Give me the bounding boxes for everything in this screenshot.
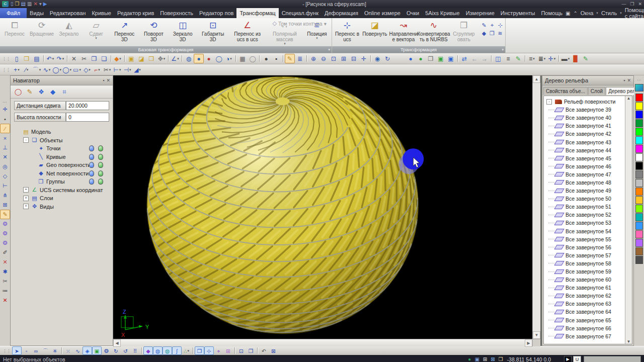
copy-button[interactable]: ❐	[89, 54, 99, 63]
pick-rect-button[interactable]: ▫	[22, 346, 31, 355]
color-swatch-996633[interactable]	[635, 247, 643, 255]
relief-tree-item[interactable]: Все завернутое 41	[546, 122, 625, 130]
move-button[interactable]: ⧠Перенос	[1, 19, 28, 37]
snap-tangent-button[interactable]: ⊢	[0, 181, 10, 191]
tree-item-модель[interactable]: ▤Модель	[16, 128, 113, 136]
line-style-button[interactable]: ≡▾	[527, 54, 537, 63]
scroll-up-icon[interactable]: ▲	[627, 96, 631, 101]
dropdown-caret-icon[interactable]: ▾	[52, 55, 54, 63]
hatch-lines-button[interactable]: ≡	[503, 54, 513, 63]
dropdown-caret-icon[interactable]: ▾	[139, 66, 141, 74]
palette-special-icon[interactable]	[635, 84, 643, 92]
dropdown-caret-icon[interactable]: ▾	[49, 66, 51, 74]
open-file-button[interactable]: ❒	[22, 54, 32, 63]
status-folder-icon[interactable]: ❒	[499, 356, 503, 362]
arrow-back-button[interactable]: ←	[469, 54, 479, 63]
nav-mesh-button[interactable]: ❖	[36, 87, 46, 97]
draw-ellipse-button[interactable]: ◯▾	[62, 65, 72, 74]
trim-button[interactable]: ✂▾	[102, 65, 112, 74]
close-red-button[interactable]: ✕	[0, 296, 10, 305]
delete-red-button[interactable]: ✕	[0, 257, 10, 267]
color-swatch-ffff00[interactable]	[635, 102, 643, 110]
relief-tree-item[interactable]: Все завернутое 46	[546, 162, 625, 170]
relief-tree-item[interactable]: Все завернутое 57	[546, 251, 625, 259]
relief-tree-item[interactable]: Все завернутое 65	[546, 316, 625, 324]
relief-tree-item[interactable]: Все завернутое 47	[546, 170, 625, 178]
dropdown-caret-icon[interactable]: ▾	[119, 55, 121, 63]
menu-очки[interactable]: Очки	[404, 8, 422, 18]
sketch-mode-button[interactable]: ✎	[285, 54, 295, 63]
shear-button[interactable]: ▱Сдвиг▾	[83, 19, 110, 40]
toolbar-handle[interactable]: ⋮⋮	[2, 56, 10, 61]
rotate-button[interactable]: ⟳Вращение	[28, 19, 55, 37]
dropdown-caret-icon[interactable]: ▾	[109, 66, 111, 74]
relief-tree-item[interactable]: Все завернутое 67	[546, 332, 625, 340]
convert-nurbs-button[interactable]: ∿Конвертирова ть в NURBS	[419, 19, 449, 42]
toolbar-handle[interactable]: ⋮⋮	[2, 67, 10, 72]
relief-tree-scrollbar[interactable]: ▲ ▼	[625, 96, 632, 344]
snap-rotate-button[interactable]: ❂	[102, 346, 111, 355]
draw-fillet-button[interactable]: ⌐▾	[92, 65, 102, 74]
color-swatch-80ff00[interactable]	[635, 205, 643, 213]
menu-файл[interactable]: Файл	[0, 8, 27, 18]
lamp-blue-icon[interactable]	[89, 178, 94, 185]
render-wireframe-button[interactable]: ◍	[184, 54, 194, 63]
pan-button[interactable]: ✛	[359, 54, 369, 63]
relief-tree-item[interactable]: Все завернутое 51	[546, 203, 625, 211]
nav-profile-button[interactable]: ◯	[13, 87, 23, 97]
snap-quadrant-button[interactable]: ◇	[0, 171, 10, 181]
erase-tool-button[interactable]: ✐	[0, 248, 10, 257]
restore-button[interactable]: ❐	[630, 2, 634, 7]
axis-tool-button[interactable]: ⊹	[204, 346, 214, 355]
color-swatch-ffffff[interactable]	[635, 153, 643, 161]
tree-item-слои[interactable]: +▤Слои	[16, 194, 113, 203]
mini-diamond-icon[interactable]: ◆	[480, 29, 488, 37]
color-swatch-ff00ff[interactable]	[635, 145, 643, 153]
zoom-fit-button[interactable]: ⊞	[339, 54, 349, 63]
scroll-down-icon[interactable]: ▼	[627, 339, 631, 344]
snap-grid-button[interactable]: ⊞	[0, 200, 10, 210]
relief-tree-item[interactable]: Все завернутое 63	[546, 300, 625, 308]
nav-surface-button[interactable]: ◆	[48, 87, 58, 97]
dropdown-caret-icon[interactable]: ▾	[129, 66, 131, 74]
lamp-blue-icon[interactable]	[89, 162, 94, 168]
menu-редактор-пов[interactable]: Редактор пов	[196, 8, 236, 18]
menu-виды[interactable]: Виды	[27, 8, 47, 18]
tab-свойства-объе-[interactable]: Свойства объе...	[543, 87, 588, 95]
group-expand-icon[interactable]: ▾	[328, 46, 330, 53]
tree-item-виды[interactable]: +✥Виды	[16, 203, 113, 211]
scroll-up-icon[interactable]: ▲	[533, 75, 540, 83]
window-tool-button[interactable]: ❐	[246, 346, 256, 355]
menu-инструменты[interactable]: Инструменты	[498, 8, 538, 18]
color-swatch-0000ff[interactable]	[635, 111, 643, 119]
scroll-down-icon[interactable]: ▼	[533, 331, 540, 339]
color-swatch-button[interactable]: ▉	[571, 54, 581, 63]
status-grid-icon[interactable]: ⊞	[483, 356, 487, 362]
menu-поверхность[interactable]: Поверхность	[157, 8, 196, 18]
toolbar-handle[interactable]: ⋮⋮	[3, 348, 11, 353]
close-icon[interactable]: ✕	[106, 78, 110, 83]
view-cube-top-button[interactable]: ❒	[146, 54, 156, 63]
box-blue-button[interactable]: ▣	[446, 54, 456, 63]
draw-spline-button[interactable]: ∿▾	[42, 65, 52, 74]
tree-item-объекты[interactable]: -❏Объекты	[16, 136, 113, 145]
rotate-3d-button[interactable]: ⟲Поворот 3D	[139, 19, 169, 42]
view-more-button[interactable]: ✥▾	[156, 54, 167, 63]
line-tool-button[interactable]: ∕	[0, 124, 10, 133]
relief-tree-item[interactable]: Все завернутое 50	[546, 195, 625, 203]
color-swatch-808080[interactable]	[635, 170, 643, 178]
cut-tool-button[interactable]: ✂	[0, 277, 10, 286]
relief-tree-item[interactable]: Все завернутое 45	[546, 154, 625, 162]
draw-arc-button[interactable]: ⌒▾	[32, 65, 42, 74]
toolbar-handle[interactable]: ⋯	[3, 100, 7, 105]
tree-expander-icon[interactable]: -	[23, 137, 29, 143]
dropdown-caret-icon[interactable]: ▾	[79, 66, 81, 74]
mini-layers-icon[interactable]: ≋	[496, 29, 504, 37]
save-file-icon[interactable]: ▤	[21, 1, 25, 7]
dropdown-caret-icon[interactable]: ▾	[177, 55, 179, 63]
pick-star-button[interactable]: ✳	[50, 346, 60, 355]
paste-button[interactable]: ❏	[99, 54, 109, 63]
cube-edit-button[interactable]: ◫	[493, 54, 503, 63]
menu-кривые[interactable]: Кривые	[89, 8, 114, 18]
dropdown-caret-icon[interactable]: ▾	[554, 55, 556, 63]
